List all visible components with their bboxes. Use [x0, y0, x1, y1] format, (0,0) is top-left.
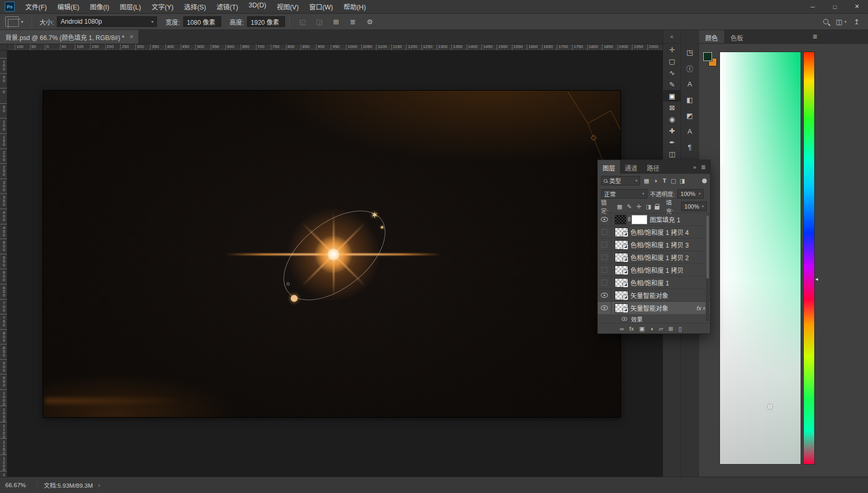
layer-thumbnail[interactable] — [615, 228, 628, 237]
add-layer-mask-icon[interactable]: ▣ — [639, 326, 644, 332]
color-cursor[interactable] — [767, 404, 772, 409]
brush-tool[interactable]: ✒ — [663, 136, 681, 148]
collapse-toolbar-icon[interactable]: « — [663, 30, 680, 44]
paragraph-panel-icon[interactable]: ¶ — [681, 139, 699, 155]
lock-artboard-icon[interactable]: ◨ — [645, 203, 652, 210]
menu-item[interactable]: 图层(L) — [114, 0, 146, 14]
layer-row[interactable]: 色相/饱和度 1 拷贝 3 — [598, 239, 710, 251]
vertical-ruler[interactable]: 1005005010015020025030035040045050055060… — [0, 51, 7, 477]
close-tab-icon[interactable]: × — [130, 33, 133, 41]
menu-item[interactable]: 滤镜(T) — [211, 0, 243, 14]
pattern-thumbnail[interactable] — [615, 215, 626, 224]
eyedropper-tool[interactable]: ◉ — [663, 113, 681, 125]
layer-row[interactable]: 色相/饱和度 1 拷贝 4 — [598, 226, 710, 239]
character-panel-icon[interactable]: A — [681, 123, 699, 139]
menu-item[interactable]: 选择(S) — [179, 0, 211, 14]
layer-name[interactable]: 矢量智能对象 — [630, 303, 668, 312]
height-input[interactable]: 1920 像素 — [247, 16, 285, 27]
navigator-panel-icon[interactable]: ◳ — [681, 44, 699, 60]
frame-tool[interactable]: ⊠ — [663, 102, 681, 113]
eye-icon[interactable] — [622, 317, 627, 321]
menu-item[interactable]: 图像(I) — [85, 0, 115, 14]
layer-visibility-toggle[interactable] — [598, 239, 611, 251]
new-adjustment-layer-icon[interactable]: ◑ — [650, 326, 654, 332]
layer-thumbnail[interactable] — [615, 240, 628, 250]
mask-link-icon[interactable]: 8 — [628, 216, 631, 222]
blend-mode-select[interactable]: 正常 ▾ — [601, 189, 647, 199]
layer-visibility-toggle[interactable] — [598, 251, 611, 264]
styles-panel-icon[interactable]: A — [681, 76, 699, 92]
layer-row[interactable]: 色相/饱和度 1 — [598, 277, 710, 289]
hue-slider-strip[interactable] — [803, 52, 815, 465]
search-icon[interactable] — [823, 19, 828, 24]
new-document-icon[interactable]: ⊞ — [329, 18, 343, 26]
menu-item[interactable]: 编辑(E) — [52, 0, 85, 14]
layer-thumbnail[interactable] — [615, 278, 628, 288]
close-button[interactable]: ✕ — [846, 0, 868, 14]
new-layer-icon[interactable]: ⊞ — [668, 326, 673, 332]
menu-item[interactable]: 窗口(W) — [304, 0, 338, 14]
layer-visibility-toggle[interactable] — [598, 277, 611, 289]
layer-filter-icon[interactable] — [651, 176, 660, 185]
hue-slider-marker[interactable]: ◂ — [815, 276, 818, 282]
layer-visibility-toggle[interactable] — [598, 289, 611, 302]
layer-name[interactable]: 色相/饱和度 1 拷贝 2 — [630, 253, 689, 262]
crop-clear-icon[interactable]: ◲ — [312, 18, 326, 26]
menu-item[interactable]: 文件(F) — [20, 0, 52, 14]
layer-visibility-toggle[interactable] — [598, 213, 611, 226]
layers-panel-tab[interactable]: 图层 — [598, 160, 620, 174]
crop-tool-preset-icon[interactable] — [5, 16, 19, 27]
settings-gear-icon[interactable]: ⚙ — [363, 18, 377, 26]
3d-panel-icon[interactable]: ◧ — [681, 92, 699, 107]
delete-layer-icon[interactable]: ▯ — [678, 326, 682, 332]
new-group-icon[interactable]: ▱ — [658, 326, 663, 332]
layer-name[interactable]: 色相/饱和度 1 — [630, 278, 669, 287]
fill-select[interactable]: 100% ▾ — [681, 202, 707, 211]
panel-menu-icon[interactable]: ≣ — [813, 33, 817, 40]
layer-visibility-toggle[interactable] — [598, 264, 611, 277]
opacity-select[interactable]: 100% ▾ — [677, 189, 704, 199]
align-icon[interactable]: ≣ — [346, 18, 360, 26]
photoshop-logo-icon[interactable]: Ps — [5, 2, 15, 12]
zoom-level-field[interactable]: 66.67% — [0, 482, 37, 488]
panel-overflow-icon[interactable]: » — [693, 164, 696, 170]
menu-item[interactable]: 视图(V) — [271, 0, 304, 14]
layer-filter-icon[interactable] — [642, 176, 651, 185]
rectangular-marquee-tool[interactable]: ▢ — [663, 55, 681, 67]
maximize-button[interactable]: □ — [824, 0, 846, 14]
quick-selection-tool[interactable]: ✎ — [663, 78, 681, 90]
lock-all-icon[interactable] — [655, 206, 659, 210]
saturation-brightness-square[interactable] — [719, 52, 801, 465]
filter-toggle-icon[interactable] — [702, 179, 707, 183]
clone-stamp-tool[interactable]: ◫ — [663, 148, 681, 160]
minimize-button[interactable]: ─ — [802, 0, 824, 14]
foreground-color-swatch[interactable] — [703, 52, 712, 61]
layer-thumbnail[interactable] — [615, 291, 628, 300]
lock-pixels-icon[interactable]: ✎ — [626, 203, 633, 210]
menu-item[interactable]: 文字(Y) — [146, 0, 179, 14]
layer-thumbnail[interactable] — [615, 303, 628, 313]
ruler-origin-box[interactable] — [0, 44, 7, 51]
layer-filter-type-select[interactable]: 类型 ▾ — [601, 176, 640, 185]
layer-visibility-toggle[interactable] — [598, 302, 611, 314]
tool-preset-dropdown-icon[interactable]: ▾ — [21, 19, 23, 24]
horizontal-ruler[interactable]: 1005005010015020025030035040045050055060… — [7, 44, 663, 51]
panel-menu-icon[interactable]: ≣ — [701, 164, 706, 171]
layers-panel-tab[interactable]: 通道 — [620, 160, 642, 174]
share-icon[interactable]: ↥ — [854, 18, 860, 26]
layer-row[interactable]: 色相/饱和度 1 拷贝 — [598, 264, 710, 277]
layer-filter-icon[interactable] — [660, 176, 669, 185]
lock-transparency-icon[interactable]: ▦ — [616, 203, 623, 210]
menu-item[interactable]: 帮助(H) — [338, 0, 371, 14]
workspace-switcher[interactable]: ◫ ▾ — [836, 18, 846, 26]
layer-style-icon[interactable]: fx — [629, 326, 634, 332]
document-tab[interactable]: 背景.psd @ 66.7% (颜色填充 1, RGB/8#) * × — [0, 30, 139, 44]
color-panel-tab[interactable]: 色板 — [724, 30, 749, 43]
layer-visibility-toggle[interactable] — [598, 226, 611, 239]
layer-name[interactable]: 矢量智能对象 — [630, 291, 668, 300]
canvas-workspace[interactable]: ✶ — [7, 51, 663, 477]
layer-row[interactable]: 矢量智能对象 — [598, 289, 710, 302]
layer-name[interactable]: 色相/饱和度 1 拷贝 — [630, 265, 684, 274]
layer-name[interactable]: 色相/饱和度 1 拷贝 3 — [630, 240, 689, 249]
properties-panel-icon[interactable]: ◩ — [681, 107, 699, 123]
